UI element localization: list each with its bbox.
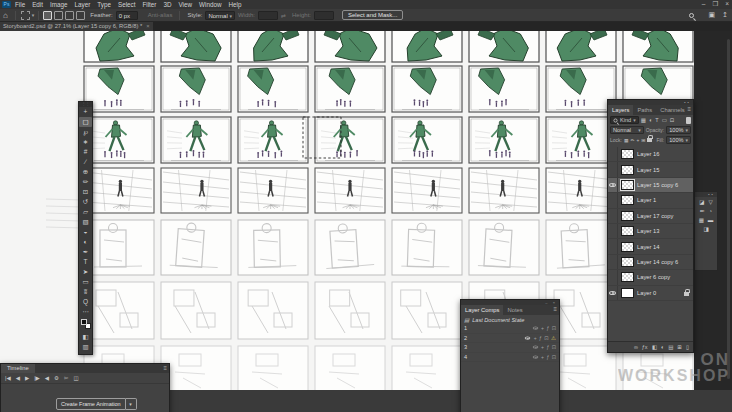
next-frame-icon[interactable]: |▶ [34,375,40,381]
layer-thumbnail[interactable] [621,288,634,298]
visibility-toggle[interactable] [608,193,618,207]
lock-transparency-icon[interactable]: ▦ [624,138,629,143]
create-frame-animation-button[interactable]: Create Frame Animation [56,398,126,410]
comp-position-icon[interactable]: + [541,325,544,331]
height-input[interactable] [314,11,334,20]
panel-menu-icon[interactable]: ≡ [553,306,557,312]
comp-position-icon[interactable]: + [541,344,544,350]
edit-toolbar[interactable]: ⋯ [79,307,92,317]
add-to-selection-button[interactable] [54,11,63,20]
menu-select[interactable]: Select [118,1,136,8]
gradient-map-icon[interactable]: ▬ [708,217,714,223]
visibility-toggle[interactable] [608,255,618,269]
panel-menu-icon[interactable]: ≡ [687,106,691,112]
workspace-icon[interactable]: ▣ [709,11,716,18]
layer-row[interactable]: Layer 15 [608,162,693,177]
tab-close-icon[interactable]: × [146,23,149,29]
settings-gear-icon[interactable]: ⚙ [54,375,59,381]
menu-window[interactable]: Window [199,1,221,8]
layer-row[interactable]: Layer 1 [608,193,693,208]
layer-row[interactable]: Layer 15 copy 6 [608,178,693,193]
fill-select[interactable]: 100%▾ [666,136,691,144]
curves-icon[interactable]: ▽ [708,199,712,205]
layer-thumbnail[interactable] [621,242,634,252]
comp-appearance-icon[interactable]: ƒ [547,325,550,331]
layer-thumbnail[interactable] [621,226,634,236]
menu-help[interactable]: Help [228,1,241,8]
comp-visibility-icon[interactable] [532,355,538,358]
comp-update-icon[interactable]: ⊡ [552,344,556,350]
layer-group-icon[interactable]: ▤ [668,344,673,350]
path-select-tool[interactable]: ➤ [79,267,92,277]
layer-row[interactable]: Layer 13 [608,224,693,239]
eraser-tool[interactable]: ▱ [79,207,92,217]
gradient-tool[interactable]: ▧ [79,217,92,227]
blend-mode-select[interactable]: Normal▾ [610,126,644,134]
quick-mask-icon[interactable]: ◧ [79,332,92,342]
lasso-tool[interactable]: ℘ [79,127,92,137]
visibility-toggle[interactable] [608,209,618,223]
layer-row[interactable]: Layer 16 [608,147,693,162]
layer-row[interactable]: Layer 6 copy [608,270,693,285]
restore-button[interactable]: ❐ [712,0,718,8]
swap-dimensions-icon[interactable]: ⇄ [281,12,286,19]
subtract-from-selection-button[interactable] [65,11,74,20]
minimize-button[interactable]: – [702,0,706,8]
filter-adjustment-icon[interactable]: ◐ [649,117,652,123]
tab-layer-comps[interactable]: Layer Comps [461,305,503,315]
menu-file[interactable]: File [15,1,25,8]
comp-update-icon[interactable]: ⊡ [552,354,556,360]
antialias-checkbox[interactable]: Anti-alias [148,12,173,18]
filter-toggle-icon[interactable] [686,117,691,124]
share-icon[interactable]: ↥ [722,11,728,18]
delete-layer-icon[interactable]: ▯ [686,344,689,350]
menu-layer[interactable]: Layer [75,1,91,8]
visibility-toggle[interactable] [608,270,618,284]
brush-preset-icon[interactable]: ✏ [700,208,705,214]
menu-filter[interactable]: Filter [142,1,156,8]
home-icon[interactable]: ⌂ [3,11,8,20]
layer-comp-row[interactable]: 4+ƒ⊡ [461,353,559,363]
visibility-toggle[interactable] [608,239,618,253]
hand-tool[interactable]: ʬ [79,287,92,297]
comp-visibility-icon[interactable] [532,327,538,330]
healing-brush-tool[interactable]: ⊕ [79,167,92,177]
lock-position-icon[interactable]: + [637,138,640,143]
comp-position-icon[interactable]: + [541,354,544,360]
panel-menu-icon[interactable]: ≡ [163,365,167,371]
pen-tool[interactable]: ✒ [79,247,92,257]
tab-paths[interactable]: Paths [633,105,656,115]
menu-view[interactable]: View [179,1,193,8]
layer-comp-row[interactable]: 3+ƒ⊡ [461,343,559,353]
link-layers-icon[interactable]: ∞ [634,344,638,350]
style-select[interactable]: Normal ▾ [205,11,235,20]
menu-edit[interactable]: Edit [32,1,43,8]
filter-pixel-icon[interactable]: ▦ [641,117,646,123]
document-tab[interactable]: Storyboard2.psd @ 27.1% (Layer 15 copy 6… [0,22,153,31]
tab-timeline[interactable]: Timeline [1,364,35,373]
blur-tool[interactable]: ◒ [79,227,92,237]
visibility-toggle[interactable] [608,224,618,238]
animation-type-dropdown-icon[interactable]: ▾ [126,398,137,410]
color-swatches[interactable] [79,318,92,331]
canvas[interactable] [0,31,694,390]
shape-tool[interactable]: ▭ [79,277,92,287]
filter-shape-icon[interactable]: ▭ [662,117,667,123]
layer-row[interactable]: Layer 17 copy [608,209,693,224]
lock-pixels-icon[interactable]: ✏ [631,138,635,143]
menu-3d[interactable]: 3D [163,1,171,8]
zoom-tool[interactable]: Q [79,297,92,307]
hue-icon[interactable]: ◔ [709,208,712,214]
filter-type-icon[interactable]: T [655,117,658,123]
visibility-toggle[interactable] [608,286,618,300]
select-and-mask-button[interactable]: Select and Mask... [342,10,403,20]
tab-layers[interactable]: Layers [608,105,633,115]
kind-filter-select[interactable]: Kind▾ [610,116,639,124]
layer-thumbnail[interactable] [621,195,634,205]
menu-image[interactable]: Image [50,1,68,8]
channel-mixer-icon[interactable]: ◨ [703,226,708,232]
foreground-color-swatch[interactable] [81,319,87,325]
comp-appearance-icon[interactable]: ƒ [547,344,550,350]
tab-channels[interactable]: Channels [656,105,689,115]
last-document-state-row[interactable]: ▤ Last Document State [461,315,559,324]
